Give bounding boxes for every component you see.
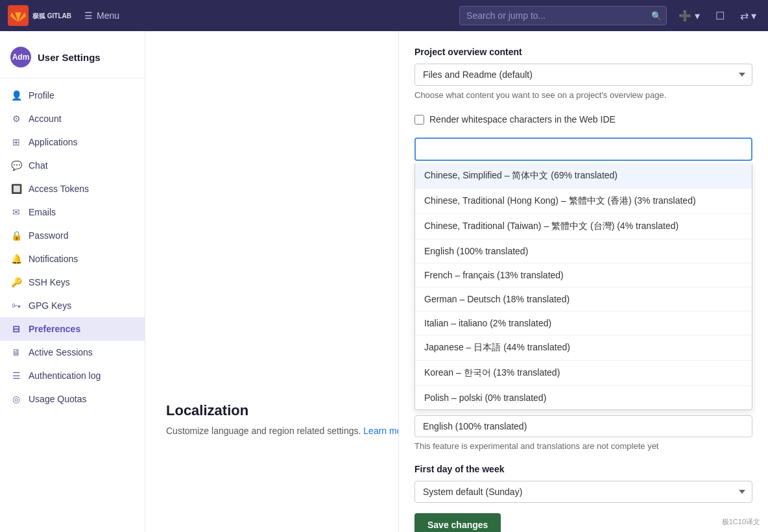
sidebar-item-chat[interactable]: 💬 Chat [0,154,145,177]
first-day-select[interactable]: System default (Sunday) [414,481,752,503]
logo-text: 极狐 GITLAB [32,12,71,19]
lang-option-ja[interactable]: Japanese – 日本語 (44% translated) [415,335,752,361]
render-whitespace-label[interactable]: Render whitespace characters in the Web … [429,114,616,125]
lang-option-zh-cn[interactable]: Chinese, Simplified – 简体中文 (69% translat… [415,163,752,189]
person-icon: 👤 [10,90,22,101]
account-icon: ⚙ [10,113,22,125]
chart-icon: ◎ [10,393,22,405]
main-content: Localization Customize language and regi… [145,31,768,532]
list-icon: ☰ [10,370,22,381]
search-icon: 🔍 [651,11,662,21]
sidebar-item-gpg-keys[interactable]: 🗝 GPG Keys [0,294,145,317]
sidebar-item-notifications[interactable]: 🔔 Notifications [0,247,145,271]
project-overview-select[interactable]: Files and Readme (default) [414,64,752,86]
sidebar-item-applications[interactable]: ⊞ Applications [0,130,145,154]
sidebar-item-ssh-keys[interactable]: 🔑 SSH Keys [0,271,145,294]
lang-option-pl[interactable]: Polish – polski (0% translated) [415,386,752,409]
hamburger-icon: ☰ [84,10,93,21]
gitlab-logo[interactable]: 极狐 GITLAB [8,5,71,26]
token-icon: 🔲 [10,183,22,195]
sidebar-item-emails[interactable]: ✉ Emails [0,200,145,224]
sidebar-user: Adm User Settings [0,42,145,79]
lang-option-en[interactable]: English (100% translated) [415,239,752,263]
project-overview-hint: Choose what content you want to see on a… [414,90,752,101]
monitor-icon: 🖥 [10,346,22,358]
sidebar-nav: 👤 Profile ⚙ Account ⊞ Applications 💬 [0,84,145,411]
render-whitespace-checkbox[interactable] [414,115,424,125]
lang-option-de[interactable]: German – Deutsch (18% translated) [415,287,752,311]
sidebar-item-access-tokens[interactable]: 🔲 Access Tokens [0,177,145,200]
sidebar-item-preferences[interactable]: ⊟ Preferences [0,317,145,341]
sidebar-item-active-sessions[interactable]: 🖥 Active Sessions [0,341,145,364]
search-input[interactable] [459,6,667,25]
project-overview-label: Project overview content [414,47,752,57]
add-button[interactable]: ➕ ▾ [675,7,703,25]
app-body: Adm User Settings 👤 Profile ⚙ Account ⊞ … [0,31,768,532]
lang-field-wrap [414,138,752,161]
lock-icon: 🔒 [10,230,22,241]
sidebar-title: User Settings [38,52,101,63]
footer-note: 极1C10译文 [722,517,760,527]
lang-option-fr[interactable]: French – français (13% translated) [415,263,752,287]
lang-search-input[interactable] [414,138,752,161]
render-whitespace-row: Render whitespace characters in the Web … [414,114,752,125]
lang-option-ko[interactable]: Korean – 한국어 (13% translated) [415,361,752,386]
lang-option-zh-tw[interactable]: Chinese, Traditional (Taiwan) – 繁體中文 (台灣… [415,214,752,239]
key2-icon: 🗝 [10,300,22,311]
lang-option-zh-hk[interactable]: Chinese, Traditional (Hong Kong) – 繁體中文 … [415,189,752,214]
sidebar-item-authentication-log[interactable]: ☰ Authentication log [0,364,145,387]
experimental-note: This feature is experimental and transla… [414,441,752,451]
sidebar-item-usage-quotas[interactable]: ◎ Usage Quotas [0,387,145,411]
menu-button[interactable]: ☰ Menu [79,8,125,23]
grid-icon: ⊞ [10,136,22,148]
first-day-label: First day of the week [414,464,752,474]
sliders-icon: ⊟ [10,323,22,335]
sidebar-item-account[interactable]: ⚙ Account [0,107,145,130]
sidebar: Adm User Settings 👤 Profile ⚙ Account ⊞ … [0,31,145,532]
todo-button[interactable]: ☐ [712,7,728,25]
merge-request-button[interactable]: ⇄ ▾ [736,7,760,25]
sidebar-item-profile[interactable]: 👤 Profile [0,84,145,107]
chat-icon: 💬 [10,160,22,171]
lang-selected-select[interactable]: English (100% translated) [414,415,752,437]
avatar: Adm [10,47,31,67]
bell-icon: 🔔 [10,253,22,265]
lang-dropdown: Chinese, Simplified – 简体中文 (69% translat… [414,163,752,410]
right-panel: Project overview content Files and Readm… [398,31,768,532]
search-wrap: 🔍 [459,6,667,25]
lang-option-it[interactable]: Italian – italiano (2% translated) [415,311,752,335]
save-button[interactable]: Save changes [414,513,501,532]
key-icon: 🔑 [10,276,22,288]
top-nav: 极狐 GITLAB ☰ Menu 🔍 ➕ ▾ ☐ ⇄ ▾ [0,0,768,31]
sidebar-item-password[interactable]: 🔒 Password [0,224,145,247]
email-icon: ✉ [10,206,22,218]
